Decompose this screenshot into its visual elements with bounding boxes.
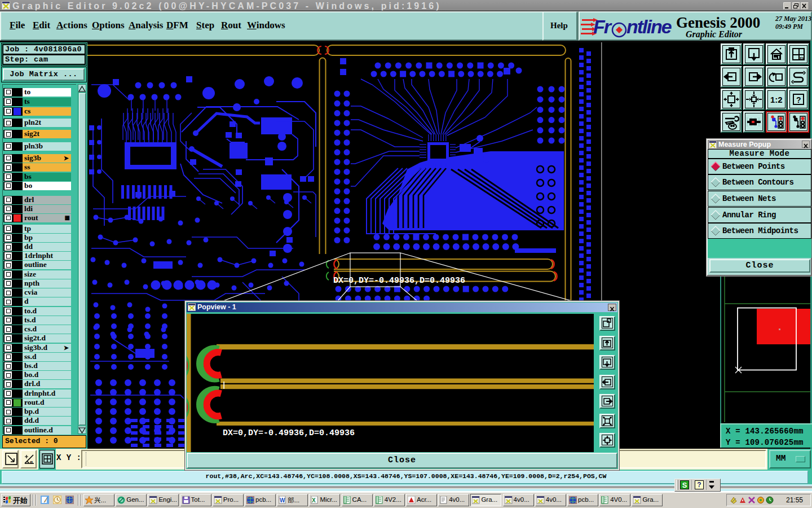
svg-text:α: α [30,459,33,465]
svg-text:X: X [312,497,316,503]
svg-text:W: W [280,497,285,503]
svg-text:1:2: 1:2 [770,95,783,104]
svg-text:xy: xy [800,56,804,60]
svg-text:?: ? [796,95,801,104]
svg-text:DX=0,DY=-0.49936,D=0.49936: DX=0,DY=-0.49936,D=0.49936 [223,428,355,438]
svg-text:DX=0,DY=-0.49936,D=0.49936: DX=0,DY=-0.49936,D=0.49936 [333,276,465,286]
svg-text:Fr: Fr [593,16,612,37]
svg-text:ntline: ntline [626,16,672,37]
